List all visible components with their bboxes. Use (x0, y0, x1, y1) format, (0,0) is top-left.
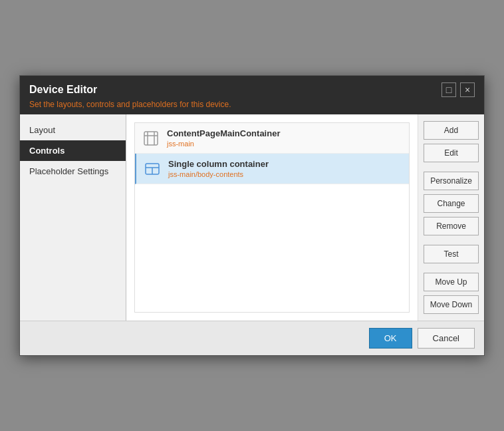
item-text: Single column container jss-main/body-co… (168, 159, 269, 178)
action-buttons-panel: Add Edit Personalize Change Remove Test … (418, 114, 484, 321)
close-button[interactable]: × (460, 82, 475, 97)
cancel-button[interactable]: Cancel (418, 328, 475, 349)
item-text: ContentPageMainContainer jss-main (167, 128, 280, 148)
restore-button[interactable]: □ (441, 82, 456, 97)
title-bar: Device Editor □ × Set the layouts, contr… (20, 76, 484, 114)
list-item[interactable]: Single column container jss-main/body-co… (135, 154, 409, 184)
list-item[interactable]: ContentPageMainContainer jss-main (135, 123, 409, 154)
item-subtitle: jss-main (167, 140, 280, 148)
sidebar-item-placeholder-settings[interactable]: Placeholder Settings (20, 161, 126, 182)
change-button[interactable]: Change (424, 194, 479, 213)
dialog-footer: OK Cancel (20, 321, 484, 355)
test-button[interactable]: Test (424, 245, 479, 263)
item-icon-container (142, 129, 160, 148)
personalize-button[interactable]: Personalize (424, 172, 479, 190)
remove-button[interactable]: Remove (424, 217, 479, 235)
item-title: Single column container (168, 159, 269, 169)
sidebar-item-controls[interactable]: Controls (20, 140, 126, 161)
dialog-body: Layout Controls Placeholder Settings (20, 114, 484, 321)
item-subtitle: jss-main/body-contents (168, 170, 269, 178)
items-list: ContentPageMainContainer jss-main (134, 122, 410, 313)
edit-button[interactable]: Edit (424, 144, 479, 162)
move-up-button[interactable]: Move Up (424, 273, 479, 291)
add-button[interactable]: Add (424, 121, 479, 140)
dialog-subtitle: Set the layouts, controls and placeholde… (29, 100, 475, 109)
main-content: ContentPageMainContainer jss-main (126, 114, 418, 321)
ok-button[interactable]: OK (369, 328, 412, 349)
sidebar-item-layout[interactable]: Layout (20, 120, 126, 140)
svg-rect-0 (144, 132, 158, 145)
title-controls: □ × (441, 82, 475, 97)
device-editor-dialog: Device Editor □ × Set the layouts, contr… (19, 75, 485, 356)
dialog-title: Device Editor (29, 84, 97, 96)
sidebar: Layout Controls Placeholder Settings (20, 114, 126, 321)
move-down-button[interactable]: Move Down (424, 295, 479, 314)
item-title: ContentPageMainContainer (167, 128, 280, 138)
item-icon-container (143, 160, 162, 178)
